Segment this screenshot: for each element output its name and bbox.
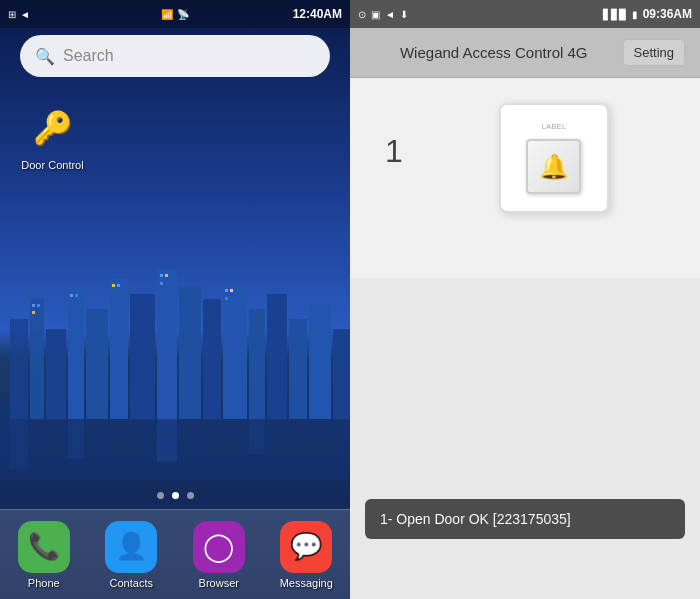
svg-rect-14	[289, 319, 307, 419]
bottom-dock: 📞 Phone 👤 Contacts ◯ Browser 💬 Messaging	[0, 509, 350, 599]
status-right-right-icons: ▋▊▉ ▮ 09:36AM	[603, 7, 692, 21]
contacts-label: Contacts	[110, 577, 153, 589]
svg-rect-19	[32, 311, 35, 314]
svg-rect-20	[70, 294, 73, 297]
svg-rect-16	[333, 329, 350, 419]
status-time-left: 12:40AM	[293, 7, 342, 21]
left-icon: ◄	[385, 9, 395, 20]
doorbell-label-top: LABEL	[541, 122, 566, 131]
messaging-emoji: 💬	[290, 531, 322, 562]
svg-rect-6	[110, 279, 128, 419]
dock-phone[interactable]: 📞 Phone	[9, 521, 79, 589]
svg-rect-25	[165, 274, 168, 277]
svg-rect-18	[37, 304, 40, 307]
svg-rect-23	[117, 284, 120, 287]
svg-rect-32	[157, 417, 177, 462]
status-bar-right: ⊙ ▣ ◄ ⬇ ▋▊▉ ▮ 09:36AM	[350, 0, 700, 28]
search-bar[interactable]: 🔍 Search	[20, 35, 330, 77]
doorbell-button[interactable]: 🔔	[526, 139, 581, 194]
door-control-icon: 🔑	[25, 100, 80, 155]
svg-rect-28	[230, 289, 233, 292]
setting-button[interactable]: Setting	[623, 39, 685, 66]
doorbell-frame[interactable]: LABEL 🔔	[499, 103, 609, 213]
svg-rect-1	[10, 319, 28, 419]
door-number: 1	[385, 133, 403, 170]
contacts-app-icon: 👤	[105, 521, 157, 573]
svg-rect-7	[130, 294, 155, 419]
battery-icon: ▮	[632, 9, 638, 20]
app-content: 1 LABEL 🔔	[350, 78, 700, 278]
svg-rect-11	[223, 284, 247, 419]
app-grid: 🔑 Door Control	[20, 100, 85, 171]
page-indicators	[0, 492, 350, 499]
svg-rect-13	[267, 294, 287, 419]
signal-bars-icon: ▋▊▉	[603, 9, 627, 20]
contacts-emoji: 👤	[115, 531, 147, 562]
status-left-icons: ⊞ ◄	[8, 9, 30, 20]
dot-2[interactable]	[172, 492, 179, 499]
status-time-right: 09:36AM	[643, 7, 692, 21]
svg-rect-22	[112, 284, 115, 287]
status-right-left-icons: ⊙ ▣ ◄ ⬇	[358, 9, 408, 20]
search-icon: 🔍	[35, 47, 55, 66]
doorbell-container: LABEL 🔔	[423, 103, 685, 213]
bell-icon: 🔔	[539, 153, 569, 181]
svg-rect-21	[75, 294, 78, 297]
svg-rect-3	[46, 329, 66, 419]
circle-icon: ⊙	[358, 9, 366, 20]
log-area	[350, 278, 700, 318]
svg-rect-29	[225, 297, 228, 300]
app-title: Wiegand Access Control 4G	[365, 44, 623, 61]
dot-1[interactable]	[157, 492, 164, 499]
svg-rect-9	[179, 287, 201, 419]
status-message: 1- Open Door OK [223175035]	[365, 499, 685, 539]
download-icon: ⬇	[400, 9, 408, 20]
search-placeholder: Search	[63, 47, 114, 65]
svg-rect-15	[309, 304, 331, 419]
phone-emoji: 📞	[28, 531, 60, 562]
svg-rect-12	[249, 309, 265, 419]
svg-rect-2	[30, 299, 44, 419]
app-titlebar: Wiegand Access Control 4G Setting	[350, 28, 700, 78]
browser-app-icon: ◯	[193, 521, 245, 573]
dock-browser[interactable]: ◯ Browser	[184, 521, 254, 589]
messaging-app-icon: 💬	[280, 521, 332, 573]
door-control-label: Door Control	[21, 159, 83, 171]
browser-emoji: ◯	[203, 530, 234, 563]
phone-app-icon: 📞	[18, 521, 70, 573]
svg-rect-10	[203, 299, 221, 419]
svg-rect-5	[86, 309, 108, 419]
svg-rect-17	[32, 304, 35, 307]
status-bar-left: ⊞ ◄ 📶 📡 12:40AM	[0, 0, 350, 28]
right-phone: ⊙ ▣ ◄ ⬇ ▋▊▉ ▮ 09:36AM Wiegand Access Con…	[350, 0, 700, 599]
browser-label: Browser	[199, 577, 239, 589]
svg-rect-4	[68, 289, 84, 419]
svg-rect-8	[157, 269, 177, 419]
svg-rect-30	[10, 419, 28, 469]
svg-rect-31	[68, 419, 84, 459]
wifi-icon: 📶	[161, 9, 173, 20]
svg-rect-33	[249, 419, 265, 454]
left-phone: ⊞ ◄ 📶 📡 12:40AM 🔍 Search 🔑 Door Control …	[0, 0, 350, 599]
phone-label: Phone	[28, 577, 60, 589]
svg-rect-26	[160, 282, 163, 285]
back-icon: ◄	[20, 9, 30, 20]
grid-icon: ⊞	[8, 9, 16, 20]
svg-rect-24	[160, 274, 163, 277]
dot-3[interactable]	[187, 492, 194, 499]
svg-rect-27	[225, 289, 228, 292]
messaging-label: Messaging	[280, 577, 333, 589]
signal-icon: 📡	[177, 9, 189, 20]
door-control-app[interactable]: 🔑 Door Control	[20, 100, 85, 171]
square-icon: ▣	[371, 9, 380, 20]
dock-contacts[interactable]: 👤 Contacts	[96, 521, 166, 589]
dock-messaging[interactable]: 💬 Messaging	[271, 521, 341, 589]
